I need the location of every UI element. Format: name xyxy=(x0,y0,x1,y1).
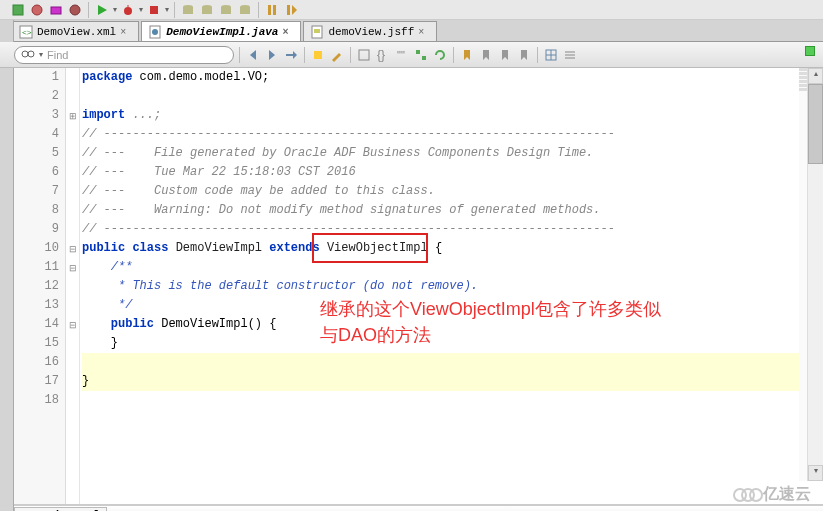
svg-marker-31 xyxy=(293,51,297,59)
step-icon[interactable] xyxy=(283,47,299,63)
breadcrumb-bar: DemoViewImpl ▾ xyxy=(0,505,823,511)
separator xyxy=(88,2,89,18)
db-icon-2[interactable] xyxy=(199,2,215,18)
bookmark-next-icon[interactable] xyxy=(497,47,513,63)
stop-dropdown-icon[interactable]: ▾ xyxy=(165,5,169,14)
resume-icon[interactable] xyxy=(283,2,299,18)
nav-back-icon[interactable] xyxy=(245,47,261,63)
stop-icon[interactable] xyxy=(146,2,162,18)
separator xyxy=(304,47,305,63)
separator xyxy=(453,47,454,63)
svg-rect-2 xyxy=(51,7,61,14)
svg-text:"": "" xyxy=(397,49,405,61)
find-dropdown-icon[interactable]: ▾ xyxy=(39,50,43,59)
tab-label: DemoViewImpl.java xyxy=(166,26,278,38)
fold-collapse-icon[interactable]: ⊟ xyxy=(66,258,79,277)
svg-point-1 xyxy=(32,5,42,15)
tab-demoview-xml[interactable]: <> DemoView.xml × xyxy=(12,21,139,41)
tree-icon[interactable] xyxy=(413,47,429,63)
fold-collapse-icon[interactable]: ⊟ xyxy=(66,239,79,258)
db-icon-4[interactable] xyxy=(237,2,253,18)
close-icon[interactable]: × xyxy=(120,27,130,37)
svg-marker-41 xyxy=(502,50,508,60)
status-indicator xyxy=(805,46,815,56)
svg-text:<>: <> xyxy=(22,28,32,37)
scroll-down-icon[interactable]: ▾ xyxy=(808,465,823,481)
breadcrumb-item[interactable]: DemoViewImpl xyxy=(14,507,107,512)
separator xyxy=(350,47,351,63)
binoculars-icon xyxy=(21,48,35,62)
find-box[interactable]: ▾ xyxy=(14,46,234,64)
svg-marker-39 xyxy=(464,50,470,60)
fold-expand-icon[interactable]: ⊞ xyxy=(66,106,79,125)
list-icon[interactable] xyxy=(562,47,578,63)
marker-strip xyxy=(799,68,807,481)
scroll-up-icon[interactable]: ▴ xyxy=(808,68,823,84)
code-content[interactable]: package com.demo.model.VO; import ...; /… xyxy=(80,68,823,504)
scroll-thumb[interactable] xyxy=(808,84,823,164)
svg-rect-34 xyxy=(359,50,369,60)
svg-point-23 xyxy=(152,29,158,35)
svg-rect-37 xyxy=(416,50,420,54)
svg-rect-13 xyxy=(221,7,231,14)
braces-icon[interactable]: {} xyxy=(375,47,391,63)
svg-rect-11 xyxy=(202,7,212,14)
svg-rect-25 xyxy=(314,29,320,33)
separator xyxy=(537,47,538,63)
jsff-file-icon xyxy=(310,25,324,39)
block-icon[interactable] xyxy=(356,47,372,63)
svg-marker-33 xyxy=(332,53,341,62)
bookmark-clear-icon[interactable] xyxy=(516,47,532,63)
vertical-scrollbar[interactable]: ▴ ▾ xyxy=(807,68,823,481)
xml-file-icon: <> xyxy=(19,25,33,39)
svg-rect-16 xyxy=(268,5,271,15)
tool-icon-1[interactable] xyxy=(29,2,45,18)
fold-gutter: ⊞ ⊟ ⊟ ⊟ xyxy=(66,68,80,504)
tab-demoviewimpl-java[interactable]: DemoViewImpl.java × xyxy=(141,21,301,41)
svg-marker-42 xyxy=(521,50,527,60)
tool-icon-2[interactable] xyxy=(48,2,64,18)
main-toolbar: ▾ ▾ ▾ xyxy=(0,0,823,20)
svg-rect-7 xyxy=(150,6,158,14)
svg-rect-9 xyxy=(183,7,193,14)
run-icon[interactable] xyxy=(94,2,110,18)
bookmark-icon[interactable] xyxy=(459,47,475,63)
tool-icon-3[interactable] xyxy=(67,2,83,18)
separator xyxy=(239,47,240,63)
brush-icon[interactable] xyxy=(329,47,345,63)
fold-collapse-icon[interactable]: ⊟ xyxy=(66,315,79,334)
run-dropdown-icon[interactable]: ▾ xyxy=(113,5,117,14)
watermark: 亿速云 xyxy=(733,484,811,505)
svg-rect-38 xyxy=(422,56,426,60)
separator xyxy=(258,2,259,18)
svg-rect-15 xyxy=(240,7,250,14)
find-input[interactable] xyxy=(47,49,227,61)
editor-toolbar: ▾ {} "" xyxy=(0,42,823,68)
debug-dropdown-icon[interactable]: ▾ xyxy=(139,5,143,14)
grid-icon[interactable] xyxy=(543,47,559,63)
tab-label: demoView.jsff xyxy=(328,26,414,38)
java-file-icon xyxy=(148,25,162,39)
svg-marker-40 xyxy=(483,50,489,60)
svg-point-3 xyxy=(70,5,80,15)
wand-icon[interactable] xyxy=(10,2,26,18)
file-tabs: <> DemoView.xml × DemoViewImpl.java × de… xyxy=(0,20,823,42)
bookmark-prev-icon[interactable] xyxy=(478,47,494,63)
db-icon-3[interactable] xyxy=(218,2,234,18)
svg-rect-32 xyxy=(314,51,322,59)
debug-icon[interactable] xyxy=(120,2,136,18)
highlight-icon[interactable] xyxy=(310,47,326,63)
svg-point-27 xyxy=(28,51,34,57)
tab-demoview-jsff[interactable]: demoView.jsff × xyxy=(303,21,437,41)
nav-fwd-icon[interactable] xyxy=(264,47,280,63)
pause-icon[interactable] xyxy=(264,2,280,18)
svg-rect-17 xyxy=(273,5,276,15)
close-icon[interactable]: × xyxy=(282,27,292,37)
refresh-icon[interactable] xyxy=(432,47,448,63)
svg-marker-4 xyxy=(98,5,107,15)
line-number-gutter: 123456789101112131415161718 xyxy=(14,68,66,504)
close-icon[interactable]: × xyxy=(418,27,428,37)
db-icon-1[interactable] xyxy=(180,2,196,18)
code-editor[interactable]: 123456789101112131415161718 ⊞ ⊟ ⊟ ⊟ pack… xyxy=(14,68,823,505)
quote-icon[interactable]: "" xyxy=(394,47,410,63)
